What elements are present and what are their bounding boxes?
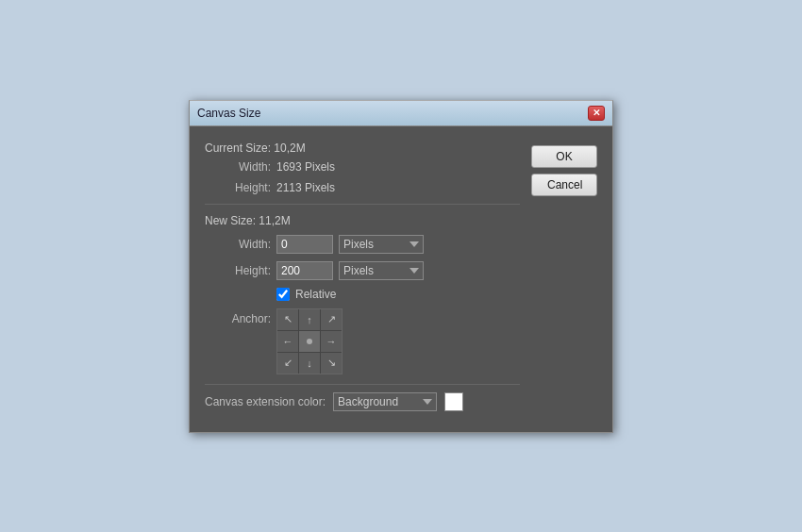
current-size-section: Current Size: 10,2M Width: 1693 Pixels H…: [205, 141, 520, 194]
width-input[interactable]: [276, 235, 333, 254]
anchor-cell-ml[interactable]: ←: [277, 331, 298, 352]
arrow-br-icon: ↘: [327, 357, 336, 369]
anchor-cell-br[interactable]: ↘: [321, 353, 342, 374]
current-height-label: Height:: [205, 181, 271, 194]
current-width-row: Width: 1693 Pixels: [205, 160, 520, 174]
current-width-label: Width:: [205, 160, 271, 174]
arrow-bl-icon: ↙: [284, 357, 292, 369]
height-unit-select[interactable]: Pixels Inches Centimeters: [339, 261, 424, 280]
arrow-tc-icon: ↑: [307, 314, 312, 325]
arrow-ml-icon: ←: [283, 336, 293, 347]
anchor-cell-center[interactable]: [299, 331, 320, 352]
relative-row: Relative: [276, 288, 520, 301]
anchor-cell-tc[interactable]: ↑: [299, 309, 320, 330]
anchor-cell-tr[interactable]: ↗: [321, 309, 342, 330]
current-width-value: 1693 Pixels: [276, 160, 335, 174]
dialog-body: Current Size: 10,2M Width: 1693 Pixels H…: [190, 126, 612, 432]
anchor-cell-bl[interactable]: ↙: [277, 353, 298, 374]
current-height-row: Height: 2113 Pixels: [205, 181, 520, 194]
ok-button[interactable]: OK: [531, 145, 597, 168]
center-dot-icon: [307, 339, 312, 344]
current-size-title: Current Size: 10,2M: [205, 141, 520, 155]
new-width-row: Width: Pixels Inches Centimeters: [205, 235, 520, 254]
anchor-cell-tl[interactable]: ↖: [277, 309, 298, 330]
arrow-bc-icon: ↓: [307, 357, 312, 369]
new-height-label: Height:: [205, 264, 271, 277]
right-panel: OK Cancel: [531, 141, 597, 417]
canvas-extension-select[interactable]: Background Foreground White Black Gray O…: [333, 392, 437, 411]
relative-label[interactable]: Relative: [295, 288, 336, 301]
new-size-title: New Size: 11,2M: [205, 214, 520, 227]
width-unit-select[interactable]: Pixels Inches Centimeters: [339, 235, 424, 254]
anchor-label: Anchor:: [205, 308, 271, 325]
canvas-extension-row: Canvas extension color: Background Foreg…: [205, 384, 520, 417]
close-icon: ✕: [593, 108, 600, 118]
canvas-extension-label: Canvas extension color:: [205, 395, 326, 408]
dialog-title: Canvas Size: [197, 107, 260, 120]
new-width-label: Width:: [205, 238, 271, 251]
relative-checkbox[interactable]: [276, 288, 290, 301]
anchor-cell-bc[interactable]: ↓: [299, 353, 320, 374]
new-size-section: New Size: 11,2M Width: Pixels Inches Cen…: [205, 214, 520, 374]
anchor-grid[interactable]: ↖ ↑ ↗ ←: [276, 308, 343, 374]
height-input[interactable]: [276, 261, 333, 280]
cancel-button[interactable]: Cancel: [531, 174, 597, 196]
current-height-value: 2113 Pixels: [276, 181, 335, 194]
canvas-size-dialog: Canvas Size ✕ Current Size: 10,2M Width:…: [189, 100, 613, 433]
left-panel: Current Size: 10,2M Width: 1693 Pixels H…: [205, 141, 520, 417]
title-bar: Canvas Size ✕: [190, 101, 612, 126]
close-button[interactable]: ✕: [588, 106, 605, 121]
arrow-mr-icon: →: [326, 336, 337, 347]
extension-color-swatch[interactable]: [444, 392, 463, 411]
new-height-row: Height: Pixels Inches Centimeters: [205, 261, 520, 280]
anchor-cell-mr[interactable]: →: [321, 331, 342, 352]
arrow-tl-icon: ↖: [284, 313, 292, 325]
anchor-row: Anchor: ↖ ↑ ↗ ←: [205, 308, 520, 374]
arrow-tr-icon: ↗: [327, 313, 336, 325]
